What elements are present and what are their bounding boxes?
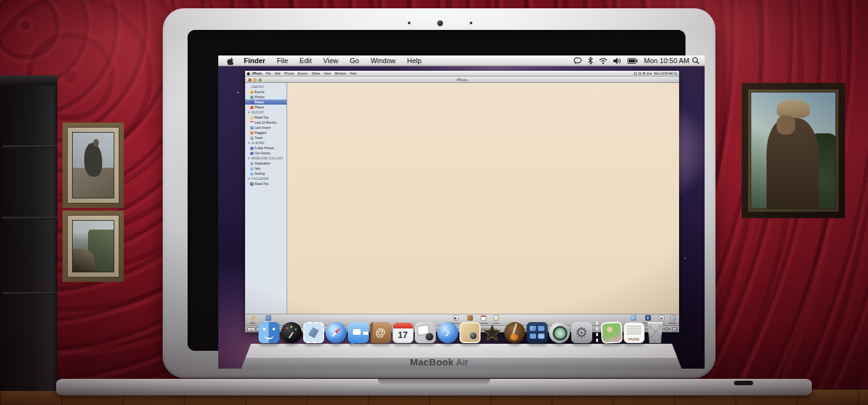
inner-menu-bar: iPhoto File Edit Photos Events Share Vie… xyxy=(245,71,679,77)
mobileme-icon xyxy=(250,167,253,170)
iphoto-title-bar[interactable]: iPhoto xyxy=(245,77,679,83)
menu-item-go[interactable]: Go xyxy=(344,57,365,64)
apple-menu[interactable] xyxy=(223,57,238,65)
sidebar-section-mobileme[interactable]: MOBILEME GALLERY xyxy=(245,156,287,161)
sidebar-item-5-star-photos[interactable]: 5-Star Photos xyxy=(245,145,287,151)
sidebar-item-road-trip[interactable]: Road Trip xyxy=(245,115,287,120)
mobileme-icon xyxy=(250,162,253,165)
dock-pages-stack-icon[interactable]: PAGES xyxy=(624,322,645,343)
inner-menu-help[interactable]: Help xyxy=(348,71,358,75)
iphoto-sidebar: LIBRARY Events Photos Faces Places RECEN… xyxy=(245,83,287,314)
wifi-icon[interactable] xyxy=(599,57,608,64)
dock-spaces-icon[interactable] xyxy=(527,322,548,343)
chat-bubble-icon[interactable] xyxy=(638,72,641,75)
dark-cabinet xyxy=(0,75,57,391)
cabinet-top xyxy=(0,75,57,85)
sidebar-item-italy[interactable]: Italy xyxy=(245,166,287,171)
dock-mail-icon[interactable] xyxy=(303,322,324,343)
sidebar-item-events[interactable]: Events xyxy=(245,89,287,94)
menu-item-help[interactable]: Help xyxy=(401,57,428,64)
dock: @ 17 ♪ ★ ⚙ PAGES xyxy=(241,318,682,343)
sidebar-item-flagged[interactable]: Flagged xyxy=(245,130,287,135)
sidebar-item-places[interactable]: Places xyxy=(245,105,287,110)
disclosure-icon xyxy=(248,178,250,180)
spotlight-icon[interactable] xyxy=(674,72,677,75)
volume-icon[interactable] xyxy=(613,57,622,64)
dock-garageband-icon[interactable] xyxy=(504,322,525,343)
mic-dot xyxy=(470,22,472,24)
dock-divider xyxy=(594,320,600,343)
menu-bar-clock[interactable]: Mon 10:50 AM xyxy=(641,57,692,64)
inner-menu-edit[interactable]: Edit xyxy=(273,71,283,75)
sidebar-item-last-import[interactable]: Last Import xyxy=(245,125,287,130)
inner-menu-iphoto[interactable]: iPhoto xyxy=(250,71,264,75)
sidebar-item-surfing[interactable]: Surfing xyxy=(245,171,287,176)
wall-frame-man-on-phone xyxy=(742,83,845,218)
inner-menu-photos[interactable]: Photos xyxy=(282,71,296,75)
dock-imovie-icon[interactable]: ★ xyxy=(482,322,503,343)
bluetooth-icon[interactable] xyxy=(588,57,593,64)
mic-dot xyxy=(408,22,410,24)
inner-menu-window[interactable]: Window xyxy=(333,71,348,75)
inner-menu-share[interactable]: Share xyxy=(310,71,322,75)
photo-face xyxy=(777,115,795,134)
dock-iphoto-icon[interactable] xyxy=(460,322,481,343)
screen: Finder File Edit View Go Window Help xyxy=(218,55,705,369)
dock-finder-icon[interactable] xyxy=(258,322,280,343)
iphoto-screenshot-panel: iPhoto File Edit Photos Events Share Vie… xyxy=(245,71,679,332)
inner-menu-file[interactable]: File xyxy=(264,71,273,75)
menu-item-window[interactable]: Window xyxy=(365,57,401,64)
trash-icon xyxy=(250,136,253,140)
dock-trash-icon[interactable] xyxy=(646,322,665,343)
spotlight-icon[interactable] xyxy=(692,57,700,64)
sidebar-item-faces[interactable]: Faces xyxy=(245,99,287,105)
dock-system-preferences-icon[interactable]: ⚙ xyxy=(571,322,592,343)
sidebar-section-facebook[interactable]: FACEBOOK xyxy=(245,176,287,181)
mobileme-icon xyxy=(250,172,253,175)
battery-icon[interactable] xyxy=(627,58,638,64)
device-label: MacBook Air xyxy=(163,357,715,367)
sidebar-item-facebook-road-trip[interactable]: fRoad Trip xyxy=(245,181,287,186)
dock-safari-icon[interactable] xyxy=(326,322,347,343)
dock-ichat-icon[interactable] xyxy=(348,322,369,343)
isight-camera xyxy=(437,20,443,26)
album-icon xyxy=(250,116,253,119)
sidebar-item-graduation[interactable]: Graduation xyxy=(245,161,287,166)
sidebar-item-trash[interactable]: Trash xyxy=(245,135,287,140)
import-icon xyxy=(250,126,253,129)
dock-itunes-icon[interactable]: ♪ xyxy=(437,322,458,343)
room-scene: Finder File Edit View Go Window Help xyxy=(0,0,868,405)
disclosure-icon xyxy=(248,142,250,144)
inner-menu-events[interactable]: Events xyxy=(296,71,310,75)
sidebar-section-albums[interactable]: ALBUMS xyxy=(245,140,287,145)
dock-photos-stack-icon[interactable] xyxy=(601,321,623,344)
sidebar-item-photos[interactable]: Photos xyxy=(245,94,287,99)
sidebar-section-recent[interactable]: RECENT xyxy=(245,110,287,115)
menu-item-file[interactable]: File xyxy=(271,57,294,64)
bluetooth-icon[interactable] xyxy=(643,72,645,75)
chat-bubble-icon[interactable] xyxy=(573,57,582,64)
desktop-wallpaper: iPhoto File Edit Photos Events Share Vie… xyxy=(218,66,705,369)
sidebar-item-our-family[interactable]: Our Family xyxy=(245,151,287,156)
laptop-base xyxy=(56,379,812,395)
window-title: iPhoto xyxy=(245,78,679,82)
menu-item-view[interactable]: View xyxy=(317,57,344,64)
dock-address-book-icon[interactable]: @ xyxy=(370,322,391,343)
menu-item-finder[interactable]: Finder xyxy=(238,57,271,64)
sync-clock-icon[interactable] xyxy=(634,72,637,75)
macbook-air: Finder File Edit View Go Window Help xyxy=(163,8,715,378)
photo-seated-figure xyxy=(84,143,102,177)
dock-ical-icon[interactable]: 17 xyxy=(393,322,414,343)
events-icon xyxy=(250,91,253,94)
faces-icon xyxy=(250,101,253,104)
disclosure-icon xyxy=(248,112,250,114)
places-icon xyxy=(250,106,253,109)
dock-dashboard-icon[interactable] xyxy=(281,322,302,343)
base-slot xyxy=(734,381,753,385)
inner-clock[interactable]: Mon 10:50 AM xyxy=(653,72,674,75)
inner-menu-view[interactable]: View xyxy=(322,71,333,75)
sidebar-item-last-12-months[interactable]: Last 12 Months xyxy=(245,120,287,125)
dock-time-machine-icon[interactable] xyxy=(549,322,570,343)
dock-photo-booth-icon[interactable] xyxy=(415,322,436,343)
menu-item-edit[interactable]: Edit xyxy=(294,57,317,64)
